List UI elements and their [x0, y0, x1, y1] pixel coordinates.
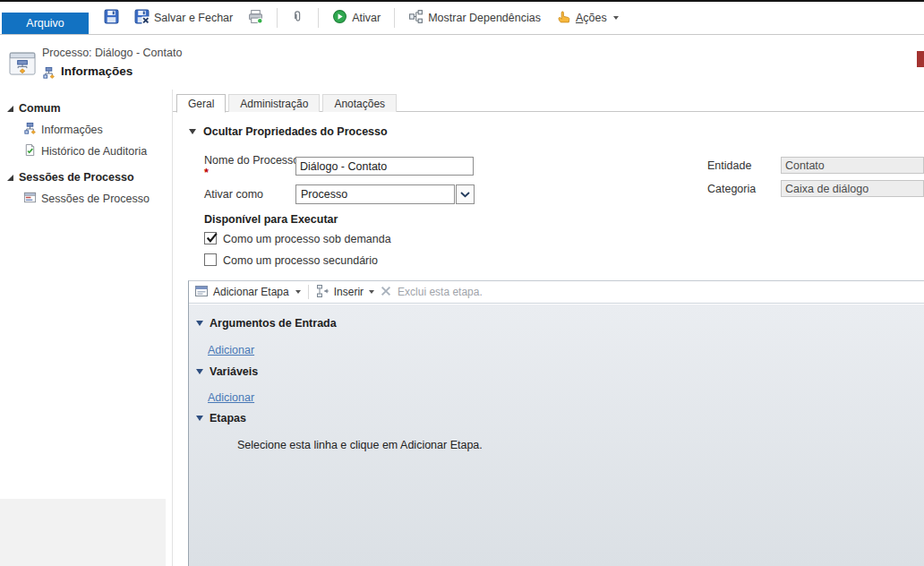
actions-label: Ações [576, 12, 607, 24]
save-button[interactable] [100, 6, 123, 30]
activate-button[interactable]: Ativar [329, 6, 384, 30]
delete-step-button-disabled: Exclui esta etapa. [380, 285, 483, 300]
add-step-icon [194, 284, 209, 301]
activate-as-selected-value: Processo [295, 184, 455, 204]
process-name-label: Nome do Processo [204, 154, 299, 167]
window-title: Processo: Diálogo - Contato [42, 47, 182, 59]
collapse-properties-header[interactable]: Ocultar Propriedades do Processo [189, 125, 388, 138]
informacoes-flowchart-icon [23, 122, 37, 138]
toolbar-separator [277, 8, 278, 28]
child-process-checkbox-label: Como um processo secundário [223, 254, 378, 267]
select-dropdown-button[interactable] [456, 184, 475, 204]
navigation-sidebar: Comum Informações Histórico de Auditoria… [0, 90, 173, 566]
section-label: Etapas [210, 412, 246, 424]
print-icon [248, 9, 263, 27]
sidebar-group-label: Sessões de Processo [19, 171, 134, 184]
dependencies-icon [408, 9, 424, 27]
section-label: Variáveis [210, 365, 258, 378]
designer-canvas: Argumentos de Entrada Adicionar Variávei… [189, 304, 924, 566]
expanded-triangle-icon [7, 175, 13, 181]
collapse-properties-label: Ocultar Propriedades do Processo [203, 125, 388, 138]
add-variable-link[interactable]: Adicionar [208, 391, 254, 404]
section-variables[interactable]: Variáveis [196, 365, 258, 378]
activate-label: Ativar [352, 12, 381, 24]
save-icon [104, 9, 119, 27]
attach-button[interactable] [287, 6, 308, 30]
insert-button[interactable]: Inserir [316, 284, 374, 301]
section-label: Argumentos de Entrada [210, 317, 337, 330]
entity-readonly-field: Contato [781, 157, 924, 174]
file-menu-button[interactable]: Arquivo [2, 13, 89, 34]
chevron-down-icon [613, 16, 619, 20]
save-and-close-icon [134, 9, 150, 27]
save-and-close-button[interactable]: Salvar e Fechar [131, 6, 236, 30]
process-dialog-window: Arquivo Salvar e Fechar [0, 0, 924, 566]
triangle-down-icon [196, 416, 203, 421]
audit-history-icon [23, 143, 37, 159]
sidebar-item-sessoes-processo[interactable]: Sessões de Processo [0, 191, 172, 206]
sidebar-group-sessoes[interactable]: Sessões de Processo [0, 170, 172, 184]
activate-icon [332, 9, 347, 27]
add-step-label: Adicionar Etapa [213, 286, 289, 298]
sidebar-footer [0, 499, 166, 566]
chevron-down-icon [295, 290, 301, 294]
right-edge-red-artifact [917, 51, 924, 67]
add-input-argument-link[interactable]: Adicionar [208, 344, 254, 356]
toolbar-separator [394, 8, 395, 28]
print-button[interactable] [244, 6, 267, 30]
insert-icon [316, 284, 330, 301]
page-title: Informações [61, 64, 133, 78]
toolbar-separator [318, 8, 319, 28]
informacoes-flowchart-icon [42, 66, 56, 82]
delete-step-label: Exclui esta etapa. [398, 286, 483, 298]
save-and-close-label: Salvar e Fechar [154, 12, 233, 24]
available-to-run-header: Disponível para Executar [204, 213, 338, 226]
required-marker: * [204, 167, 209, 179]
sidebar-item-historico-auditoria[interactable]: Histórico de Auditoria [0, 143, 172, 159]
tab-administracao[interactable]: Administração [228, 94, 320, 112]
sidebar-item-label: Informações [41, 124, 103, 136]
insert-label: Inserir [334, 286, 364, 298]
process-name-input[interactable] [295, 157, 474, 176]
ribbon-bottom-border [0, 34, 924, 35]
chevron-down-icon [369, 290, 374, 294]
sidebar-item-informacoes[interactable]: Informações [0, 122, 172, 137]
activate-as-label: Ativar como [204, 188, 263, 201]
tab-anotacoes[interactable]: Anotações [322, 94, 397, 112]
triangle-down-icon [196, 321, 203, 326]
delete-x-icon [380, 285, 392, 300]
section-input-arguments[interactable]: Argumentos de Entrada [196, 317, 337, 330]
category-readonly-field: Caixa de diálogo [781, 180, 924, 197]
process-sessions-icon [23, 191, 37, 207]
expanded-triangle-icon [7, 106, 13, 112]
activate-as-select[interactable]: Processo [295, 184, 475, 204]
on-demand-checkbox[interactable] [204, 232, 217, 244]
sidebar-group-comum[interactable]: Comum [0, 101, 172, 116]
triangle-down-icon [189, 129, 196, 134]
on-demand-checkbox-label: Como um processo sob demanda [223, 233, 391, 245]
show-dependencies-button[interactable]: Mostrar Dependências [405, 6, 544, 30]
sidebar-item-label: Histórico de Auditoria [41, 145, 147, 158]
sidebar-item-label: Sessões de Processo [41, 193, 150, 205]
paperclip-icon [291, 9, 304, 27]
show-dependencies-label: Mostrar Dependências [428, 12, 541, 24]
process-window-icon [9, 49, 37, 80]
child-process-checkbox[interactable] [204, 253, 217, 266]
actions-hand-icon [556, 9, 571, 27]
step-designer-panel: Adicionar Etapa Inserir Exclui esta etap… [188, 280, 924, 566]
steps-empty-row[interactable]: Selecione esta linha e clique em Adicion… [237, 439, 483, 451]
triangle-down-icon [196, 369, 203, 374]
tab-geral[interactable]: Geral [176, 94, 226, 113]
actions-menu-button[interactable]: Ações [552, 6, 622, 30]
ribbon-toolbar: Arquivo Salvar e Fechar [0, 2, 924, 34]
add-step-button[interactable]: Adicionar Etapa [194, 284, 301, 301]
checkmark-icon [205, 231, 218, 244]
sidebar-group-label: Comum [19, 102, 61, 115]
section-steps[interactable]: Etapas [196, 412, 246, 424]
category-label: Categoria [707, 183, 756, 195]
entity-label: Entidade [707, 159, 751, 172]
chevron-down-icon [460, 192, 470, 198]
designer-toolbar: Adicionar Etapa Inserir Exclui esta etap… [189, 281, 924, 304]
form-tabs: Geral Administração Anotações [176, 94, 397, 113]
toolbar-separator [308, 285, 309, 299]
